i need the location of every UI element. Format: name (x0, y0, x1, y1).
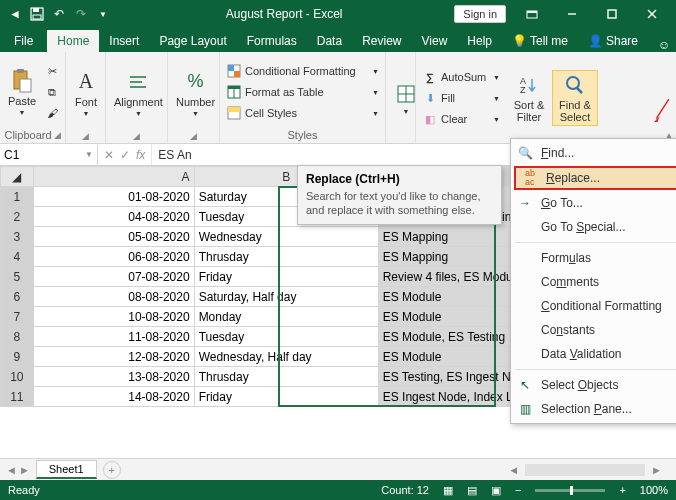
ribbon-display-icon[interactable] (512, 0, 552, 28)
autosum-button[interactable]: ∑AutoSum▼ (420, 67, 502, 87)
conditional-formatting-button[interactable]: Conditional Formatting▼ (224, 61, 381, 81)
scroll-right-icon[interactable]: ► (651, 464, 662, 476)
clear-button[interactable]: ◧Clear▼ (420, 109, 502, 129)
feedback-icon[interactable]: ☺ (652, 38, 676, 52)
row-header[interactable]: 8 (1, 327, 34, 347)
menu-find[interactable]: 🔍Find... (511, 141, 676, 165)
cell[interactable]: Friday (194, 267, 378, 287)
row-header[interactable]: 9 (1, 347, 34, 367)
menu-data-validation[interactable]: Data Validation (511, 342, 676, 366)
cell[interactable]: 12-08-2020 (33, 347, 194, 367)
dialog-launcher-icon[interactable]: ◢ (133, 131, 140, 141)
row-header[interactable]: 1 (1, 187, 34, 207)
col-header-a[interactable]: A (33, 167, 194, 187)
tab-data[interactable]: Data (307, 30, 352, 52)
enter-formula-icon[interactable]: ✓ (120, 148, 130, 162)
tab-page-layout[interactable]: Page Layout (149, 30, 236, 52)
tab-insert[interactable]: Insert (99, 30, 149, 52)
tab-home[interactable]: Home (47, 30, 99, 52)
row-header[interactable]: 4 (1, 247, 34, 267)
dialog-launcher-icon[interactable]: ◢ (190, 131, 197, 141)
format-as-table-button[interactable]: Format as Table▼ (224, 82, 381, 102)
dialog-launcher-icon[interactable]: ◢ (82, 131, 89, 141)
tab-formulas[interactable]: Formulas (237, 30, 307, 52)
menu-goto-special[interactable]: Go To Special... (511, 215, 676, 239)
view-pagebreak-icon[interactable]: ▣ (491, 484, 501, 497)
sheet-nav-next[interactable]: ► (19, 464, 30, 476)
row-header[interactable]: 11 (1, 387, 34, 407)
cell[interactable]: 05-08-2020 (33, 227, 194, 247)
tab-review[interactable]: Review (352, 30, 411, 52)
zoom-slider[interactable] (535, 489, 605, 492)
row-header[interactable]: 3 (1, 227, 34, 247)
qat-more-icon[interactable]: ▼ (92, 3, 114, 25)
save-icon[interactable] (26, 3, 48, 25)
row-header[interactable]: 10 (1, 367, 34, 387)
signin-button[interactable]: Sign in (454, 5, 506, 23)
number-button[interactable]: %Number▼ (172, 68, 219, 119)
cell[interactable]: Friday (194, 387, 378, 407)
view-normal-icon[interactable]: ▦ (443, 484, 453, 497)
zoom-out-icon[interactable]: − (515, 484, 521, 496)
minimize-icon[interactable] (552, 0, 592, 28)
tab-help[interactable]: Help (457, 30, 502, 52)
sort-filter-button[interactable]: AZSort & Filter (506, 71, 552, 125)
close-icon[interactable] (632, 0, 672, 28)
format-painter-button[interactable]: 🖌 (42, 103, 62, 123)
cell[interactable]: Thrusday (194, 247, 378, 267)
name-box[interactable]: C1▼ (0, 145, 98, 165)
row-header[interactable]: 5 (1, 267, 34, 287)
menu-select-objects[interactable]: ↖Select Objects (511, 373, 676, 397)
scroll-left-icon[interactable]: ◄ (508, 464, 519, 476)
fx-icon[interactable]: fx (136, 148, 145, 162)
cell[interactable]: 04-08-2020 (33, 207, 194, 227)
copy-button[interactable]: ⧉ (42, 82, 62, 102)
cell[interactable]: Tuesday (194, 327, 378, 347)
cell[interactable]: 07-08-2020 (33, 267, 194, 287)
tab-tell-me[interactable]: 💡Tell me (502, 30, 578, 52)
fill-button[interactable]: ⬇Fill▼ (420, 88, 502, 108)
menu-comments[interactable]: Comments (511, 270, 676, 294)
cell[interactable]: Wednesday (194, 227, 378, 247)
zoom-level[interactable]: 100% (640, 484, 668, 496)
share-button[interactable]: 👤Share (578, 30, 648, 52)
undo-icon[interactable]: ↶ (48, 3, 70, 25)
menu-constants[interactable]: Constants (511, 318, 676, 342)
zoom-in-icon[interactable]: + (619, 484, 625, 496)
menu-formulas[interactable]: Formulas (511, 246, 676, 270)
menu-replace[interactable]: abacReplace... (514, 166, 676, 190)
maximize-icon[interactable] (592, 0, 632, 28)
cell[interactable]: 01-08-2020 (33, 187, 194, 207)
cell[interactable]: Saturday, Half day (194, 287, 378, 307)
redo-icon[interactable]: ↷ (70, 3, 92, 25)
alignment-button[interactable]: Alignment▼ (110, 68, 167, 119)
sheet-nav-prev[interactable]: ◄ (6, 464, 17, 476)
view-layout-icon[interactable]: ▤ (467, 484, 477, 497)
menu-selection-pane[interactable]: ▥Selection Pane... (511, 397, 676, 421)
cell[interactable]: 08-08-2020 (33, 287, 194, 307)
cell[interactable]: 10-08-2020 (33, 307, 194, 327)
cell[interactable]: Wednesday, Half day (194, 347, 378, 367)
menu-goto[interactable]: →Go To... (511, 191, 676, 215)
cut-button[interactable]: ✂ (42, 61, 62, 81)
select-all-corner[interactable]: ◢ (1, 167, 34, 187)
add-sheet-button[interactable]: + (103, 461, 121, 479)
menu-conditional-formatting[interactable]: Conditional Formatting (511, 294, 676, 318)
dialog-launcher-icon[interactable]: ◢ (54, 130, 61, 140)
cell[interactable]: 13-08-2020 (33, 367, 194, 387)
row-header[interactable]: 7 (1, 307, 34, 327)
sheet-tab-1[interactable]: Sheet1 (36, 460, 97, 479)
row-header[interactable]: 6 (1, 287, 34, 307)
tab-file[interactable]: File (0, 30, 47, 52)
cell[interactable]: Monday (194, 307, 378, 327)
cell[interactable]: 06-08-2020 (33, 247, 194, 267)
cell[interactable]: 14-08-2020 (33, 387, 194, 407)
find-select-button[interactable]: Find & Select (552, 70, 598, 126)
row-header[interactable]: 2 (1, 207, 34, 227)
cell[interactable]: 11-08-2020 (33, 327, 194, 347)
h-scrollbar[interactable] (525, 464, 645, 476)
arrow-left-icon[interactable]: ◄ (4, 3, 26, 25)
cell-styles-button[interactable]: Cell Styles▼ (224, 103, 381, 123)
paste-button[interactable]: Paste ▼ (4, 67, 40, 118)
cell[interactable]: Thrusday (194, 367, 378, 387)
